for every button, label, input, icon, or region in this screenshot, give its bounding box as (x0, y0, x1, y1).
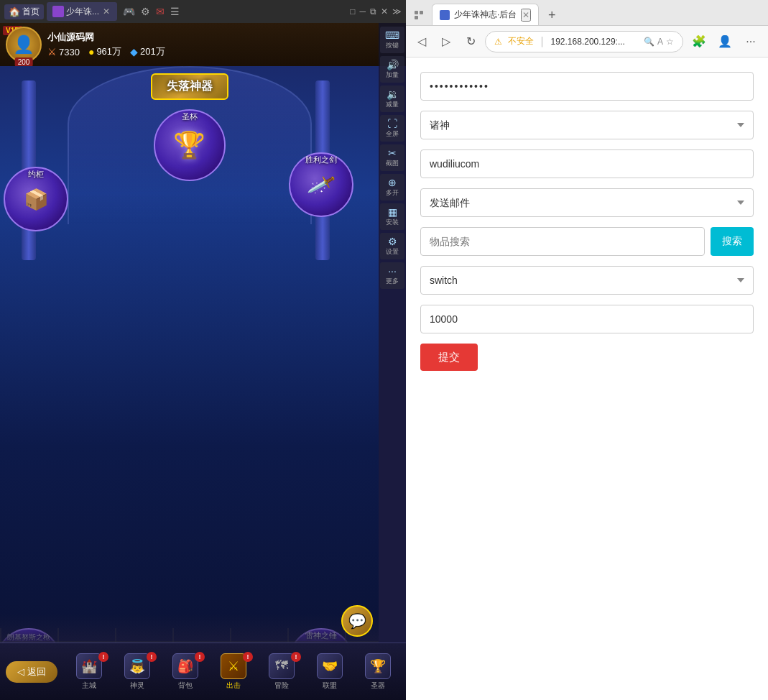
sword-stat: ⚔ 7330 (47, 46, 80, 57)
back-label: 返回 (27, 666, 46, 678)
new-tab-button[interactable]: + (542, 5, 562, 25)
screenshot-btn[interactable]: ✂ 截图 (380, 144, 404, 171)
item-label-holy-grail: 圣杯 (182, 111, 198, 122)
address-bar[interactable]: ⚠ 不安全 │ 192.168.200.129:... 🔍 A ☆ (485, 31, 683, 52)
search-addr-icon: 🔍 (644, 37, 654, 47)
svg-rect-1 (420, 11, 423, 14)
item-label-sword: 胜利之剑 (305, 155, 337, 165)
amount-field[interactable] (420, 305, 754, 333)
screenshot-label: 截图 (386, 159, 399, 168)
chat-bubble[interactable]: 💬 (341, 605, 373, 637)
fullscreen-icon: ⛶ (387, 118, 397, 129)
install-btn[interactable]: ▦ 安装 (380, 203, 404, 230)
type-select[interactable]: switch (420, 266, 754, 295)
scene-banner: 失落神器 (151, 73, 228, 100)
sword-icon: ⚔ (47, 46, 57, 57)
emulator-topbar: 🏠 首页 少年诛... ✕ 🎮 ⚙ ✉ ☰ □ ─ ⧉ ✕ ≫ (0, 0, 406, 23)
game-tab-close[interactable]: ✕ (101, 6, 111, 17)
nav-bag[interactable]: ! 🎒 背包 (162, 650, 208, 694)
more-options-btn[interactable]: ··· (739, 30, 762, 53)
game-tab[interactable]: 少年诛... ✕ (47, 2, 117, 21)
tab-close-btn[interactable]: ✕ (521, 9, 531, 22)
nav-adventure[interactable]: ! 🗺 冒险 (259, 650, 304, 694)
settings-btn[interactable]: ⚙ 设置 (380, 233, 404, 259)
restore-btn[interactable]: ⧉ (370, 6, 376, 17)
nav-spirit[interactable]: ! 👼 神灵 (114, 650, 159, 694)
item-search-input[interactable] (420, 227, 705, 256)
game-panel: 🏠 首页 少年诛... ✕ 🎮 ⚙ ✉ ☰ □ ─ ⧉ ✕ ≫ V1B 👤 20… (0, 0, 406, 700)
extensions-btn[interactable]: 🧩 (688, 30, 711, 53)
browser-active-tab[interactable]: 少年诛神志·后台 ✕ (432, 4, 539, 25)
nav-attack[interactable]: ! ⚔ 出击 (210, 650, 256, 694)
settings-icon[interactable]: ⚙ (141, 6, 150, 17)
relic-icon: 🏆 (365, 653, 391, 679)
game-tab-icon (52, 6, 64, 17)
browser-panel: 少年诛神志·后台 ✕ + ◁ ▷ ↻ ⚠ 不安全 │ 192.168.200.1… (406, 0, 768, 700)
browser-toolbar: ◁ ▷ ↻ ⚠ 不安全 │ 192.168.200.129:... 🔍 A ☆ … (406, 26, 768, 57)
username-field[interactable] (420, 149, 754, 178)
fullscreen-label: 全屏 (386, 129, 399, 139)
item-label-ark: 约柜 (28, 169, 44, 180)
home-icon: 🏠 (9, 6, 20, 17)
password-field[interactable] (420, 72, 754, 101)
volume-up-btn[interactable]: 🔊 加量 (380, 56, 404, 83)
back-arrow-btn[interactable]: ◁ (412, 32, 432, 52)
window-controls: □ ─ ⧉ ✕ ≫ (350, 6, 402, 17)
keyboard-label: 按键 (386, 41, 399, 50)
keyboard-btn[interactable]: ⌨ 按键 (380, 27, 404, 53)
server-select[interactable]: 诸神 (420, 111, 754, 139)
player-stats: ⚔ 7330 ● 961万 ◆ 201万 (47, 45, 165, 58)
security-warning-icon: ⚠ (494, 37, 502, 47)
volume-down-btn[interactable]: 🔉 减量 (380, 86, 404, 112)
close-btn[interactable]: ✕ (381, 6, 388, 17)
multiopen-btn[interactable]: ⊕ 多开 (380, 174, 404, 201)
collapse-icon[interactable]: ≫ (392, 6, 402, 17)
home-label: 首页 (22, 6, 40, 18)
forward-arrow-btn[interactable]: ▷ (436, 32, 456, 52)
adventure-badge: ! (291, 652, 301, 662)
submit-button[interactable]: 提交 (420, 344, 478, 371)
search-button[interactable]: 搜索 (711, 227, 754, 256)
nav-alliance[interactable]: 🤝 联盟 (307, 650, 352, 694)
address-icons: 🔍 A ☆ (644, 37, 674, 47)
browser-favicon (414, 10, 424, 20)
email-icon[interactable]: ✉ (156, 6, 165, 17)
attack-badge: ! (243, 652, 253, 662)
back-arrow-icon: ◁ (17, 666, 24, 677)
gamepad-icon[interactable]: 🎮 (123, 6, 135, 17)
keyboard-icon: ⌨ (385, 29, 399, 41)
alliance-label: 联盟 (323, 681, 337, 691)
player-bar: V1B 👤 200 小仙源码网 ⚔ 7330 ● 961万 ◆ 201万 (0, 23, 406, 66)
star-icon: ☆ (666, 37, 674, 47)
gem-stat: ◆ 201万 (130, 45, 165, 58)
bag-badge: ! (195, 652, 205, 662)
nav-city[interactable]: ! 🏰 主城 (66, 650, 111, 694)
spirit-label: 神灵 (130, 681, 144, 691)
profile-btn[interactable]: 👤 (713, 30, 736, 53)
svg-rect-2 (415, 16, 418, 19)
tab-title: 少年诛神志·后台 (454, 9, 517, 21)
volume-down-label: 减量 (386, 100, 399, 109)
minimize-btn[interactable]: □ (350, 6, 355, 17)
screenshot-icon: ✂ (388, 147, 397, 159)
install-icon: ▦ (388, 206, 397, 218)
spirit-badge: ! (147, 652, 157, 662)
coin-icon: ● (88, 46, 94, 57)
reload-btn[interactable]: ↻ (461, 32, 481, 52)
right-sidebar: ⌨ 按键 🔊 加量 🔉 减量 ⛶ 全屏 ✂ 截图 ⊕ 多开 (379, 23, 406, 66)
city-badge: ! (98, 652, 108, 662)
coin-stat: ● 961万 (88, 45, 121, 58)
relic-label: 圣器 (371, 681, 385, 691)
home-tab[interactable]: 🏠 首页 (4, 4, 44, 19)
player-name: 小仙源码网 (47, 31, 165, 44)
menu-icon[interactable]: ☰ (170, 6, 180, 17)
back-button[interactable]: ◁ 返回 (6, 661, 57, 683)
volume-up-icon: 🔊 (387, 59, 399, 70)
email-select[interactable]: 发送邮件 (420, 188, 754, 217)
nav-relic[interactable]: 🏆 圣器 (355, 650, 400, 694)
alliance-icon: 🤝 (317, 653, 343, 679)
more-btn[interactable]: ··· 更多 (380, 262, 404, 289)
maximize-btn[interactable]: ─ (359, 6, 366, 17)
fullscreen-btn[interactable]: ⛶ 全屏 (380, 115, 404, 142)
gem-icon: ◆ (130, 46, 138, 57)
